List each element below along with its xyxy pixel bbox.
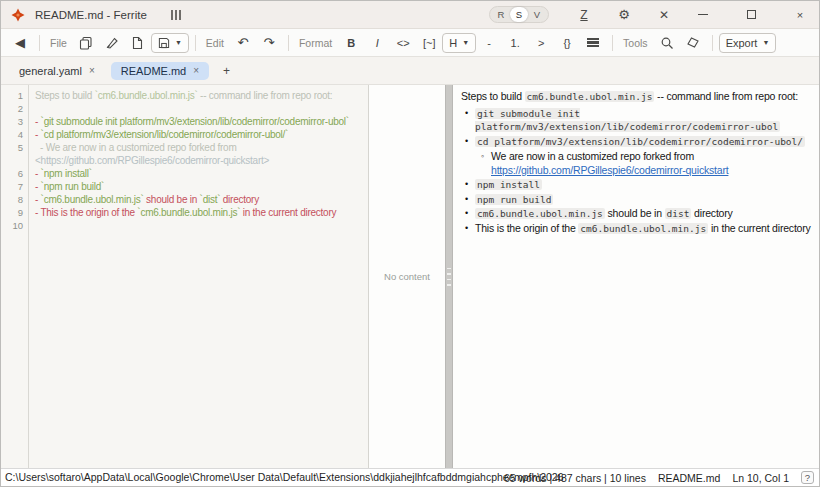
back-button[interactable]: ◀ <box>12 33 28 53</box>
line-text: Steps to build `cm6.bundle.ubol.min.js` … <box>29 89 368 102</box>
line-number: 2 <box>1 102 29 115</box>
duplicate-file-icon[interactable] <box>78 33 94 53</box>
code-block-button[interactable]: {} <box>559 33 575 53</box>
secondary-pane: No content <box>369 85 445 468</box>
editor-line[interactable]: 6- `npm install` <box>1 167 368 180</box>
editor-line[interactable]: 7- `npm run build` <box>1 180 368 193</box>
heading-dropdown-label: H <box>449 37 457 49</box>
line-text: - `cm6.bundle.ubol.min.js` should be in … <box>29 193 368 206</box>
line-text: - `cd platform/mv3/extension/lib/codemir… <box>29 128 368 141</box>
editor-line[interactable]: 2 <box>1 102 368 115</box>
inline-code: cm6.bundle.ubol.min.js <box>578 223 708 234</box>
inline-code: cm6.bundle.ubol.min.js <box>475 208 605 219</box>
tab-close-icon[interactable]: × <box>89 65 95 76</box>
save-dropdown[interactable]: ▼ <box>151 33 189 53</box>
toolbar: ◀ File ▼ Edit ↶ ↷ Format <box>1 29 819 57</box>
cursor-position: Ln 10, Col 1 <box>732 472 789 484</box>
line-text: - We are now in a customized repo forked… <box>29 141 368 167</box>
hyperlink[interactable]: https://github.com/RPGillespie6/codemirr… <box>491 164 728 176</box>
editor-line[interactable]: 10 <box>1 219 368 232</box>
close-window-button[interactable]: × <box>793 9 807 21</box>
gear-icon[interactable]: ⚙ <box>617 7 631 22</box>
editor-line[interactable]: 4- `cd platform/mv3/extension/lib/codemi… <box>1 128 368 141</box>
preview-bullet-list: git submodule init platform/mv3/extensio… <box>461 107 811 236</box>
quote-button[interactable]: > <box>533 33 549 53</box>
line-text <box>29 102 368 115</box>
preview-text: directory <box>691 207 732 219</box>
table-icon[interactable] <box>585 33 601 53</box>
list-item: This is the origin of the cm6.bundle.ubo… <box>475 222 811 236</box>
inline-code-button[interactable]: <> <box>395 33 411 53</box>
undo-icon[interactable]: ↶ <box>235 33 251 53</box>
preview-text: in the current directory <box>708 222 810 234</box>
close-document-icon[interactable]: ✕ <box>657 8 671 22</box>
line-number: 10 <box>1 219 29 232</box>
tools-group-label: Tools <box>623 37 648 49</box>
tab-general-yaml[interactable]: general.yaml× <box>9 62 105 80</box>
new-page-icon[interactable] <box>130 33 146 53</box>
preview-text: Steps to build <box>461 90 525 102</box>
window-title: README.md - Ferrite <box>35 9 147 21</box>
line-number: 7 <box>1 180 29 193</box>
bold-button[interactable]: B <box>343 33 359 53</box>
export-dropdown-label: Export <box>726 37 758 49</box>
line-number: 8 <box>1 193 29 206</box>
inline-code: npm run build <box>475 194 553 205</box>
document-stats: 65 words | 487 chars | 10 lines <box>504 472 646 484</box>
inline-code: dist <box>665 208 692 219</box>
link-button[interactable]: [~] <box>421 33 437 53</box>
numbered-list-button[interactable]: 1. <box>507 33 523 53</box>
mode-raw[interactable]: R <box>492 7 510 22</box>
app-window: README.md - Ferrite R S V Z ⚙ ✕ × ◀ File <box>0 0 820 487</box>
new-tab-button[interactable]: + <box>215 64 238 78</box>
line-text: - `npm run build` <box>29 180 368 193</box>
source-editor-pane[interactable]: 1Steps to build `cm6.bundle.ubol.min.js`… <box>1 85 369 468</box>
list-item: We are now in a customized repo forked f… <box>491 150 811 177</box>
preview-text: -- command line from repo root: <box>654 90 798 102</box>
list-item: cd platform/mv3/extension/lib/codemirror… <box>475 135 811 178</box>
line-text: - `npm install` <box>29 167 368 180</box>
line-number: 9 <box>1 206 29 219</box>
export-dropdown[interactable]: Export ▼ <box>719 33 777 53</box>
line-number: 6 <box>1 167 29 180</box>
editor-line[interactable]: 9- This is the origin of the `cm6.bundle… <box>1 206 368 219</box>
minimize-button[interactable] <box>697 9 709 21</box>
search-icon[interactable] <box>659 33 675 53</box>
file-path: C:\Users\softaro\AppData\Local\Google\Ch… <box>5 471 564 483</box>
maximize-button[interactable] <box>745 9 757 21</box>
editor-line[interactable]: 8- `cm6.bundle.ubol.min.js` should be in… <box>1 193 368 206</box>
zen-mode-button[interactable]: Z <box>577 8 591 22</box>
italic-button[interactable]: I <box>369 33 385 53</box>
inline-code: cm6.bundle.ubol.min.js <box>525 91 655 102</box>
inline-code: npm install <box>475 179 542 190</box>
titlebar: README.md - Ferrite R S V Z ⚙ ✕ × <box>1 1 819 29</box>
inline-code: cd platform/mv3/extension/lib/codemirror… <box>475 136 805 147</box>
editor-line[interactable]: 3- `git submodule init platform/mv3/exte… <box>1 115 368 128</box>
bullet-list-button[interactable]: - <box>481 33 497 53</box>
edit-file-icon[interactable] <box>104 33 120 53</box>
mode-view[interactable]: V <box>528 7 546 22</box>
tab-readme-md[interactable]: README.md× <box>111 62 209 80</box>
pane-splitter[interactable] <box>445 85 453 468</box>
mode-split[interactable]: S <box>510 7 528 22</box>
line-number: 1 <box>1 89 29 102</box>
view-mode-switch[interactable]: R S V <box>489 6 549 23</box>
line-text <box>29 219 368 232</box>
tab-list: general.yaml×README.md× <box>9 62 215 80</box>
redo-icon[interactable]: ↷ <box>261 33 277 53</box>
list-item: npm run build <box>475 193 811 207</box>
preview-text: We are now in a customized repo forked f… <box>491 150 694 162</box>
editor-line[interactable]: 5 - We are now in a customized repo fork… <box>1 141 368 167</box>
tab-label: README.md <box>121 65 186 77</box>
caret-down-icon: ▼ <box>175 39 182 46</box>
editor-line[interactable]: 1Steps to build `cm6.bundle.ubol.min.js`… <box>1 89 368 102</box>
help-button[interactable]: ? <box>801 471 814 484</box>
line-number: 5 <box>1 141 29 167</box>
panels-icon[interactable] <box>171 10 181 20</box>
tab-close-icon[interactable]: × <box>193 65 199 76</box>
no-content-placeholder: No content <box>384 271 430 282</box>
heading-dropdown[interactable]: H ▼ <box>442 33 476 53</box>
clear-formatting-icon[interactable] <box>685 33 701 53</box>
preview-text: should be in <box>605 207 665 219</box>
preview-pane: Steps to build cm6.bundle.ubol.min.js --… <box>453 85 819 468</box>
